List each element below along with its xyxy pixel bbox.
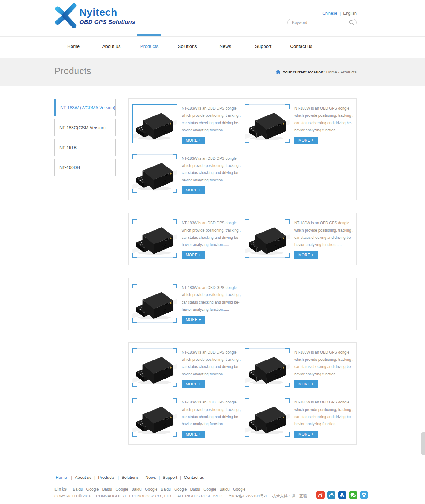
product-description: NT-183W is an OBD GPS donglewhich provid…: [182, 219, 241, 249]
footer-link-google-10[interactable]: Google: [203, 487, 216, 492]
frame-corner: [173, 398, 177, 403]
product-image[interactable]: [245, 104, 290, 143]
more-button[interactable]: MORE +: [182, 431, 205, 438]
product-image[interactable]: [132, 104, 177, 143]
page-banner: Products Your current location: Home - P…: [0, 58, 425, 86]
baidu-icon[interactable]: [360, 491, 368, 499]
sidebar-item-nt-160dh[interactable]: NT-160DH: [54, 159, 116, 176]
footer-nav-about-us[interactable]: About us: [75, 475, 91, 480]
product-image[interactable]: [132, 219, 177, 258]
frame-corner: [132, 154, 137, 159]
more-button[interactable]: MORE +: [294, 431, 318, 438]
footer-link-google-4[interactable]: Google: [115, 487, 128, 492]
product-description: NT-183W is an OBD GPS donglewhich provid…: [294, 219, 353, 249]
footer-link-baidu-9[interactable]: Baidu: [190, 487, 200, 492]
footer-nav-news[interactable]: News: [145, 475, 156, 480]
footer-link-baidu-1[interactable]: Baidu: [73, 487, 83, 492]
nav-item-contact-us[interactable]: Contact us: [282, 34, 320, 49]
more-button[interactable]: MORE +: [294, 137, 318, 144]
nav-item-news[interactable]: News: [206, 34, 244, 49]
nav-item-solutions[interactable]: Solutions: [168, 34, 206, 49]
more-button[interactable]: MORE +: [182, 251, 205, 259]
copyright-segment: CONNAUGHT YI TECHNOLOGY CO., LTD.: [96, 494, 172, 498]
product-image[interactable]: [132, 284, 177, 323]
frame-corner: [285, 104, 290, 109]
footer-nav-solutions[interactable]: Solutions: [121, 475, 139, 480]
footer-nav-home[interactable]: Home: [54, 475, 68, 481]
footer-nav-contact-us[interactable]: Contact us: [184, 475, 204, 480]
logo[interactable]: Nyitech OBD GPS Solutions: [54, 3, 135, 29]
logo-title: Nyitech: [79, 7, 135, 17]
footer-links-row: Links BaiduGoogleBaiduGoogleBaiduGoogleB…: [54, 486, 357, 492]
product-image[interactable]: [132, 398, 177, 437]
more-button[interactable]: MORE +: [182, 380, 205, 388]
footer-link-google-12[interactable]: Google: [233, 487, 245, 492]
frame-corner: [285, 253, 290, 258]
product-description-line: havior analyzing function......: [294, 241, 353, 248]
obd-dongle-image: [245, 219, 290, 257]
nav-item-support[interactable]: Support: [244, 34, 282, 49]
home-icon[interactable]: [276, 70, 281, 74]
footer-link-google-6[interactable]: Google: [145, 487, 157, 492]
sidebar-item-nt-183g-gsm-version[interactable]: NT-183G(GSM Version): [54, 119, 116, 136]
nav-item-home[interactable]: Home: [54, 34, 92, 49]
product-description-line: havior analyzing function......: [182, 241, 241, 248]
nav-item-products[interactable]: Products: [130, 34, 168, 49]
product-image[interactable]: [132, 154, 177, 193]
search-input[interactable]: [288, 21, 347, 25]
footer-link-baidu-3[interactable]: Baidu: [102, 487, 112, 492]
product-image[interactable]: [245, 348, 290, 387]
footer-link-baidu-5[interactable]: Baidu: [132, 487, 142, 492]
product-description-line: NT-183W is an OBD GPS dongle: [182, 399, 241, 406]
product-description-line: NT-183W is an OBD GPS dongle: [294, 105, 353, 112]
more-button[interactable]: MORE +: [294, 251, 318, 259]
product-item: NT-183W is an OBD GPS donglewhich provid…: [245, 104, 357, 144]
footer-nav-support[interactable]: Support: [162, 475, 177, 480]
product-image[interactable]: [245, 398, 290, 437]
product-item: NT-183W is an OBD GPS donglewhich provid…: [132, 284, 245, 324]
product-description-line: car status checking and driving be-: [182, 169, 241, 177]
product-description-line: car status checking and driving be-: [294, 234, 353, 241]
product-item: NT-183W is an OBD GPS donglewhich provid…: [245, 219, 357, 259]
product-description-line: havior analyzing function......: [182, 177, 241, 184]
footer: Home|About us|Products|Solutions|News|Su…: [0, 469, 425, 504]
product-description-line: which provide positioning, tracking ,: [182, 162, 241, 169]
frame-corner: [132, 284, 137, 288]
product-image[interactable]: [132, 348, 177, 387]
frame-corner: [285, 398, 290, 403]
more-button[interactable]: MORE +: [294, 380, 318, 388]
frame-corner: [132, 348, 137, 353]
product-list: NT-183W is an OBD GPS donglewhich provid…: [128, 98, 357, 457]
footer-nav-separator: |: [94, 475, 96, 480]
product-description-line: car status checking and driving be-: [294, 363, 353, 370]
frame-corner: [173, 154, 177, 159]
weibo-icon[interactable]: [316, 491, 325, 499]
footer-link-google-8[interactable]: Google: [174, 487, 187, 492]
search-icon[interactable]: [347, 19, 356, 26]
lang-chinese-link[interactable]: Chinese: [322, 11, 337, 16]
lang-english-link[interactable]: English: [343, 11, 357, 16]
more-button[interactable]: MORE +: [182, 316, 205, 324]
footer-link-google-2[interactable]: Google: [86, 487, 99, 492]
footer-link-baidu-7[interactable]: Baidu: [161, 487, 171, 492]
copyright-segment: 粤ICP备15352183号-1: [228, 494, 267, 498]
product-description-line: havior analyzing function......: [294, 371, 353, 378]
product-image[interactable]: [245, 219, 290, 258]
obd-dongle-image: [132, 284, 177, 322]
tencent-weibo-icon[interactable]: [327, 491, 335, 499]
side-float-widget[interactable]: [421, 432, 425, 455]
footer-nav-products[interactable]: Products: [98, 475, 114, 480]
footer-nav-separator: |: [180, 475, 181, 480]
sidebar-item-nt-183w-wcdma-version[interactable]: NT-183W (WCDMA Version): [54, 99, 116, 116]
logo-mark-icon: [54, 3, 78, 29]
nav-item-about-us[interactable]: About us: [92, 34, 130, 49]
footer-link-baidu-11[interactable]: Baidu: [220, 487, 230, 492]
more-button[interactable]: MORE +: [182, 186, 205, 194]
product-description-line: car status checking and driving be-: [182, 363, 241, 370]
more-button[interactable]: MORE +: [182, 137, 205, 144]
sidebar-item-nt-161b[interactable]: NT-161B: [54, 139, 116, 156]
obd-dongle-image: [245, 349, 290, 387]
wechat-icon[interactable]: [349, 491, 357, 499]
qq-icon[interactable]: [338, 491, 346, 499]
breadcrumb-path[interactable]: Home - Products: [326, 70, 357, 74]
